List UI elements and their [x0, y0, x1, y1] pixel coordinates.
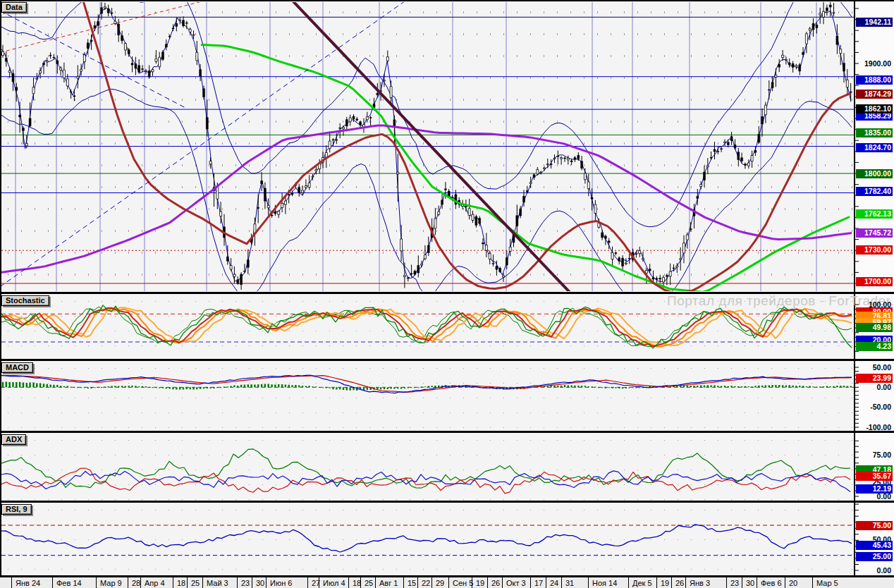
- axis-scale-label: 75.00: [856, 451, 893, 460]
- price-value-label: 1762.13: [856, 209, 893, 219]
- date-axis-label: 18: [177, 579, 185, 587]
- price-value-label: 1730.00: [856, 245, 893, 255]
- date-axis-tick: [726, 577, 727, 588]
- date-axis-tick: [472, 577, 472, 588]
- price-value-label: 1942.11: [856, 18, 893, 27]
- date-axis-label: Мар 5: [816, 579, 838, 587]
- date-axis-tick: [52, 577, 53, 588]
- date-axis-label: 15: [408, 579, 416, 587]
- date-axis-label: Фев 14: [56, 579, 82, 587]
- date-axis-tick: [140, 577, 141, 588]
- price-value-label: 1862.10: [856, 104, 893, 114]
- chart-canvas: [0, 0, 894, 588]
- price-value-label: 49.98: [856, 323, 893, 332]
- date-axis-tick: [812, 577, 813, 588]
- date-axis-tick: [237, 577, 238, 588]
- date-axis-label: 24: [550, 579, 558, 587]
- date-axis-tick: [588, 577, 589, 588]
- date-axis-tick: [202, 577, 203, 588]
- rsi-line: [1, 525, 852, 552]
- date-axis-tick: [11, 577, 12, 588]
- axis-scale-label: -100.00: [856, 423, 893, 432]
- price-value-label: 23.99: [856, 374, 893, 383]
- price-value-label: 4.23: [856, 342, 893, 351]
- date-axis-tick: [431, 577, 432, 588]
- date-axis-tick: [375, 577, 376, 588]
- adx-series: [1, 449, 850, 494]
- macd-title-button[interactable]: MACD: [1, 362, 33, 373]
- date-axis-label: 19: [476, 579, 484, 587]
- band-lower-line: [1, 89, 852, 307]
- stochastic-series: [1, 305, 854, 348]
- date-axis-label: 31: [565, 579, 574, 587]
- date-axis-tick: [319, 577, 319, 588]
- date-axis-label: 25: [191, 579, 200, 587]
- adx-title-button[interactable]: ADX: [1, 434, 26, 445]
- date-axis-label: 23: [730, 579, 739, 587]
- date-axis-tick: [546, 577, 546, 588]
- rsi-title-button[interactable]: RSI, 9: [1, 504, 32, 515]
- date-axis-label: 22: [422, 579, 430, 587]
- macd-series: [1, 375, 854, 393]
- date-axis-tick: [173, 577, 173, 588]
- date-axis-tick: [307, 577, 308, 588]
- date-axis-label: Июл 4: [323, 579, 345, 587]
- date-axis-label: 23: [241, 579, 250, 587]
- date-axis-label: Авг 1: [379, 579, 398, 587]
- date-axis-label: 28: [132, 579, 140, 587]
- date-axis-tick: [403, 577, 404, 588]
- date-axis-tick: [656, 577, 657, 588]
- date-axis-label: Сен 5: [453, 579, 473, 587]
- price-value-label: 25.00: [856, 552, 893, 561]
- axis-scale-label: 0.00: [856, 566, 893, 575]
- date-axis-label: 30: [746, 579, 754, 587]
- stochastic-title-button[interactable]: Stochastic: [1, 295, 49, 306]
- date-axis-tick: [685, 577, 686, 588]
- date-axis-tick: [757, 577, 757, 588]
- price-value-label: 1888.00: [856, 75, 893, 85]
- date-axis-label: Фев 6: [761, 579, 782, 587]
- date-axis-tick: [252, 577, 252, 588]
- date-axis-label: Ноя 14: [592, 579, 617, 587]
- date-axis-tick: [96, 577, 97, 588]
- date-axis-tick: [348, 577, 349, 588]
- axis-scale-label: 50.00: [856, 363, 893, 372]
- date-axis-tick: [417, 577, 418, 588]
- main-panel-series: [0, 0, 854, 307]
- price-value-label: 1824.70: [856, 143, 893, 152]
- date-axis-label: Июн 6: [270, 579, 292, 587]
- date-axis-label: 25: [365, 579, 373, 587]
- axis-scale-label: 0.00: [856, 383, 893, 392]
- date-axis-label: Дек 5: [632, 579, 652, 587]
- date-axis-tick: [266, 577, 267, 588]
- date-axis-tick: [448, 577, 449, 588]
- date-axis-tick: [530, 577, 531, 588]
- date-axis-label: 30: [256, 579, 264, 587]
- price-value-label: 35.67: [856, 472, 893, 481]
- date-axis-label: Апр 4: [145, 579, 165, 587]
- price-value-label: 1874.29: [856, 90, 893, 99]
- adx-line: [1, 449, 850, 488]
- main-panel-title-button[interactable]: Data: [1, 2, 27, 13]
- date-axis-label: 17: [534, 579, 543, 587]
- date-axis-tick: [561, 577, 562, 588]
- date-axis-tick: [742, 577, 742, 588]
- date-axis-tick: [671, 577, 672, 588]
- date-axis-tick: [785, 577, 785, 588]
- price-value-label: 45.43: [856, 541, 893, 550]
- date-axis-tick: [187, 577, 188, 588]
- date-axis-tick: [628, 577, 629, 588]
- date-axis[interactable]: Янв 24Фев 14Мар 928Апр 41825Май 32330Июн…: [0, 577, 894, 588]
- axis-scale-label: -50.00: [856, 403, 893, 412]
- price-value-label: 12.19: [856, 484, 893, 494]
- date-axis-label: 26: [675, 579, 684, 587]
- di-plus-line: [1, 468, 850, 494]
- date-axis-tick: [487, 577, 488, 588]
- date-axis-label: 19: [661, 579, 669, 587]
- date-axis-label: Янв 3: [690, 579, 710, 587]
- date-axis-tick: [128, 577, 128, 588]
- price-value-label: 1835.00: [856, 128, 893, 137]
- price-value-label: 1800.00: [856, 169, 893, 178]
- date-axis-label: 29: [436, 579, 444, 587]
- date-axis-label: Мар 9: [100, 579, 122, 587]
